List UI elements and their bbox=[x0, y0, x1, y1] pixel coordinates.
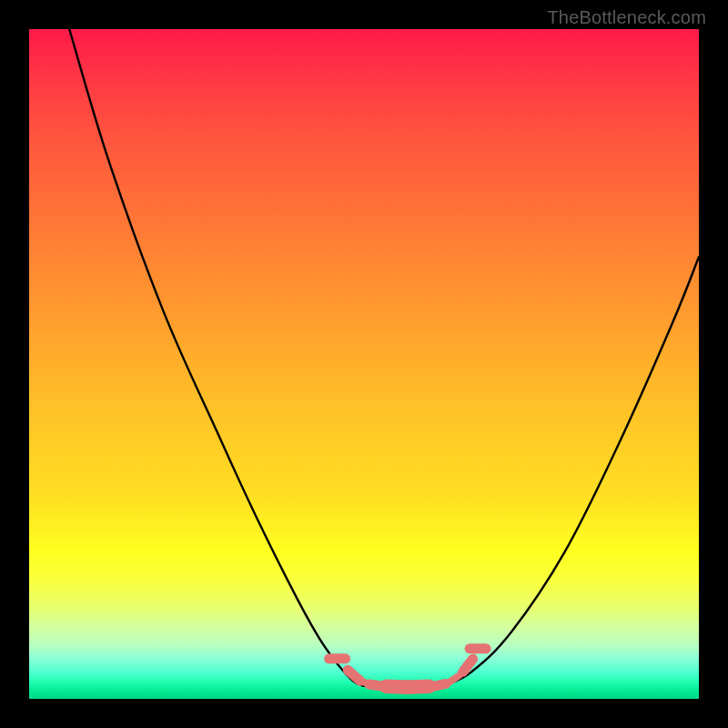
watermark-text: TheBottleneck.com bbox=[547, 7, 706, 28]
curve-layer bbox=[29, 29, 699, 699]
curve-marker bbox=[430, 683, 446, 687]
curve-marker bbox=[463, 659, 473, 672]
chart-frame: TheBottleneck.com bbox=[0, 0, 728, 728]
bottleneck-curve bbox=[69, 29, 699, 687]
plot-area bbox=[29, 29, 699, 699]
bottleneck-curve-path bbox=[69, 29, 699, 687]
